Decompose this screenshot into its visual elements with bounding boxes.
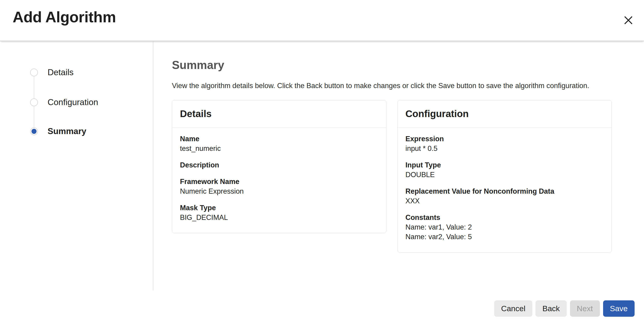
- details-card: Details Name test_numeric Description Fr…: [172, 100, 386, 233]
- cancel-button[interactable]: Cancel: [494, 300, 532, 317]
- field-group-input-type: Input Type DOUBLE: [406, 160, 604, 180]
- summary-panel: Summary View the algorithm details below…: [154, 42, 644, 322]
- step-label: Configuration: [48, 98, 98, 106]
- step-label: Summary: [48, 127, 86, 135]
- back-button[interactable]: Back: [536, 300, 567, 317]
- field-label: Name: [180, 134, 378, 144]
- configuration-card-body: Expression input * 0.5 Input Type DOUBLE…: [398, 128, 612, 252]
- stepper-item-configuration[interactable]: Configuration: [30, 98, 98, 106]
- summary-cards-row: Details Name test_numeric Description Fr…: [172, 100, 613, 252]
- field-group-constants: Constants Name: var1, Value: 2 Name: var…: [406, 213, 604, 242]
- field-label: Mask Type: [180, 203, 378, 213]
- save-button[interactable]: Save: [603, 300, 635, 317]
- close-button[interactable]: [619, 11, 638, 30]
- field-value: XXX: [406, 196, 604, 206]
- field-value: Numeric Expression: [180, 187, 378, 196]
- next-button[interactable]: Next: [570, 300, 600, 317]
- summary-description: View the algorithm details below. Click …: [172, 81, 613, 90]
- step-circle-details: [30, 69, 38, 76]
- footer-actions: Cancel Back Next Save: [494, 300, 634, 317]
- field-label: Replacement Value for Nonconforming Data: [406, 187, 604, 196]
- card-title: Details: [180, 109, 378, 119]
- wizard-stepper: Details Configuration Summary: [0, 42, 153, 290]
- configuration-card: Configuration Expression input * 0.5 Inp…: [398, 100, 612, 252]
- step-label: Details: [48, 69, 74, 76]
- close-icon: [623, 15, 634, 26]
- modal-title: Add Algorithm: [13, 8, 116, 26]
- field-group-name: Name test_numeric: [180, 134, 378, 153]
- field-label: Description: [180, 160, 378, 170]
- modal-header: Add Algorithm: [0, 0, 644, 41]
- details-card-body: Name test_numeric Description Framework …: [172, 128, 386, 233]
- step-circle-configuration: [30, 98, 38, 106]
- field-group-description: Description: [180, 160, 378, 170]
- configuration-card-header: Configuration: [398, 100, 612, 128]
- field-group-expression: Expression input * 0.5: [406, 134, 604, 153]
- field-label: Input Type: [406, 160, 604, 170]
- field-value: DOUBLE: [406, 170, 604, 180]
- field-label: Constants: [406, 213, 604, 222]
- stepper-sidebar: Details Configuration Summary: [0, 42, 153, 290]
- field-label: Framework Name: [180, 177, 378, 187]
- stepper-item-details[interactable]: Details: [30, 69, 74, 76]
- card-title: Configuration: [406, 109, 604, 119]
- field-label: Expression: [406, 134, 604, 144]
- field-value: Name: var1, Value: 2: [406, 222, 604, 232]
- step-circle-summary: [30, 127, 38, 135]
- field-group-framework-name: Framework Name Numeric Expression: [180, 177, 378, 196]
- field-value: BIG_DECIMAL: [180, 213, 378, 222]
- step-active-dot: [32, 129, 36, 134]
- summary-heading: Summary: [172, 59, 613, 72]
- field-group-replacement-value: Replacement Value for Nonconforming Data…: [406, 187, 604, 206]
- field-value: Name: var2, Value: 5: [406, 232, 604, 242]
- field-value: input * 0.5: [406, 144, 604, 153]
- stepper-item-summary[interactable]: Summary: [30, 127, 86, 135]
- details-card-header: Details: [172, 100, 386, 128]
- field-value: test_numeric: [180, 144, 378, 153]
- field-group-mask-type: Mask Type BIG_DECIMAL: [180, 203, 378, 222]
